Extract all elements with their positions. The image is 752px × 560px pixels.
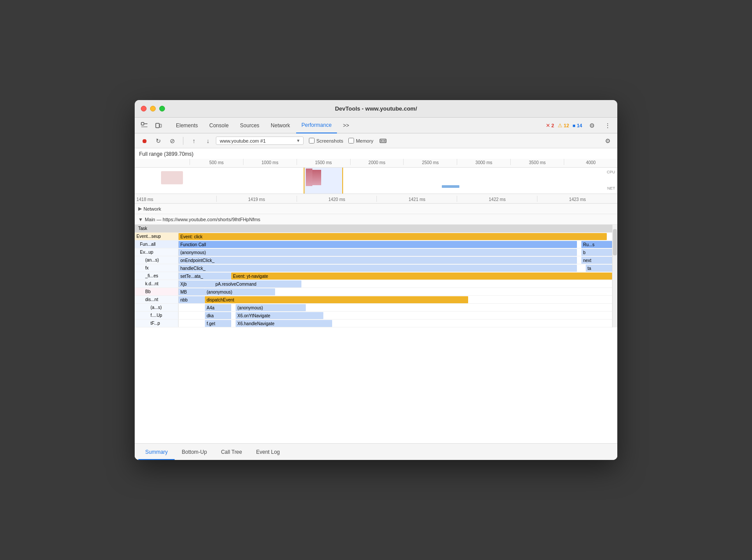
tick-2000ms: 2000 ms xyxy=(350,159,404,165)
flame-block-onendpoint[interactable]: onEndpointClick_ xyxy=(179,257,577,264)
flame-label-0: Event...seup xyxy=(135,233,179,240)
flame-row-6: k.d...nt Xjb pA.resolveCommand xyxy=(135,280,612,288)
devtools-window: DevTools - www.youtube.com/ xyxy=(135,100,617,460)
flame-label-11: tF...p xyxy=(135,319,179,327)
devtools-icons xyxy=(138,119,165,132)
net-bar-1 xyxy=(442,185,459,188)
tab-console[interactable]: Console xyxy=(204,118,234,133)
flame-block-anon-mb[interactable]: (anonymous) xyxy=(205,288,275,295)
detail-tick-0: 1418 ms xyxy=(135,196,216,202)
flame-block-fget[interactable]: f.get xyxy=(205,320,231,327)
flame-block-dka[interactable]: dka xyxy=(205,312,231,319)
flame-block-anon-a4a[interactable]: (anonymous) xyxy=(236,304,306,311)
maximize-button[interactable] xyxy=(159,106,165,111)
detail-tick-2: 1420 ms xyxy=(297,196,377,202)
flame-row-1: Fun...all Function Call Ru...s xyxy=(135,241,612,248)
tab-call-tree[interactable]: Call Tree xyxy=(214,445,249,460)
flame-block-resolve[interactable]: pA.resolveCommand xyxy=(214,280,301,287)
error-badge: ✕ 2 xyxy=(546,122,554,129)
full-range-label: Full range (3899.70ms) xyxy=(135,148,617,159)
net-label: NET xyxy=(607,186,615,190)
flame-row-11: tF...p f.get X6.handleNavigate xyxy=(135,319,612,327)
tab-elements[interactable]: Elements xyxy=(171,118,203,133)
flame-block-run[interactable]: Ru...s xyxy=(581,241,612,248)
detail-tick-4: 1422 ms xyxy=(457,196,537,202)
main-section[interactable]: ▼ Main — https://www.youtube.com/shorts/… xyxy=(135,214,617,443)
flame-bars-6: Xjb pA.resolveCommand xyxy=(179,280,612,287)
url-selector[interactable]: www.youtube.com #1 ▾ xyxy=(216,136,304,145)
flame-scrollbar[interactable] xyxy=(612,225,617,327)
detail-tick-5: 1423 ms xyxy=(537,196,617,202)
flame-block-anon-1[interactable]: (anonymous) xyxy=(179,249,577,256)
flame-chart: Task Event...seup Event: click xyxy=(135,225,617,327)
flame-block-next[interactable]: next xyxy=(581,257,612,264)
flame-row-10: f....Up dka X6.onYtNavigate xyxy=(135,312,612,319)
tick-3500ms: 3500 ms xyxy=(510,159,564,165)
bottom-tab-bar: Summary Bottom-Up Call Tree Event Log xyxy=(135,443,617,460)
timeline-tracks: CPU NET xyxy=(135,168,617,194)
reload-record-button[interactable]: ↻ xyxy=(152,135,165,147)
more-options-icon[interactable]: ⋮ xyxy=(602,119,614,132)
flame-label-3: (an...s) xyxy=(135,256,179,264)
tab-event-log[interactable]: Event Log xyxy=(249,445,287,460)
flame-block-function[interactable]: Function Call xyxy=(179,241,577,248)
flame-row-5: _fi...es setTe...ata_ Event: yt-navigate xyxy=(135,272,612,280)
flame-label-4: fx xyxy=(135,264,179,272)
flame-bars-0: Event: click xyxy=(179,233,612,240)
window-title: DevTools - www.youtube.com/ xyxy=(335,105,417,112)
tab-network[interactable]: Network xyxy=(265,118,295,133)
selection-overlay[interactable] xyxy=(304,168,343,194)
flame-block-event-click[interactable]: Event: click xyxy=(179,233,607,240)
flame-block-handlenavigate[interactable]: X6.handleNavigate xyxy=(236,320,332,327)
flame-block-ta[interactable]: ta xyxy=(586,265,612,272)
network-section-row[interactable]: ▶ Network xyxy=(135,204,617,214)
perf-settings-icon[interactable]: ⚙ xyxy=(602,135,614,147)
svg-rect-8 xyxy=(384,140,385,142)
flame-block-dispatch[interactable]: dispatchEvent xyxy=(205,296,468,303)
tab-performance[interactable]: Performance xyxy=(296,118,337,133)
tab-summary[interactable]: Summary xyxy=(138,445,175,460)
svg-rect-3 xyxy=(156,123,159,128)
clear-button[interactable]: ⊘ xyxy=(166,135,179,147)
flame-bars-1: Function Call Ru...s xyxy=(179,241,612,248)
flame-block-nbb[interactable]: nbb xyxy=(179,296,205,303)
tab-bottom-up[interactable]: Bottom-Up xyxy=(175,445,214,460)
flame-block-onytnavigate[interactable]: X6.onYtNavigate xyxy=(236,312,323,319)
main-collapse-icon[interactable]: ▼ xyxy=(138,217,143,222)
memory-checkbox[interactable] xyxy=(348,138,354,144)
device-toggle-icon[interactable] xyxy=(152,119,165,132)
flame-row-9: (a...s) A4a (anonymous) xyxy=(135,304,612,312)
flame-block-xjb[interactable]: Xjb xyxy=(179,280,214,287)
record-button[interactable]: ⏺ xyxy=(138,135,150,147)
detail-ticks: 1418 ms 1419 ms 1420 ms 1421 ms 1422 ms … xyxy=(135,196,617,202)
flame-bars-3: onEndpointClick_ next xyxy=(179,256,612,264)
timeline-overview[interactable]: 500 ms 1000 ms 1500 ms 2000 ms 2500 ms 3… xyxy=(135,159,617,194)
flame-bars-7: MB (anonymous) xyxy=(179,288,612,295)
download-button[interactable]: ↓ xyxy=(202,135,214,147)
inspect-element-icon[interactable] xyxy=(138,119,150,132)
titlebar: DevTools - www.youtube.com/ xyxy=(135,100,617,118)
network-expand-icon: ▶ xyxy=(138,206,142,212)
tick-1500ms: 1500 ms xyxy=(297,159,350,165)
flame-block-handleclick[interactable]: handleClick_ xyxy=(179,265,577,272)
settings-icon[interactable]: ⚙ xyxy=(586,119,598,132)
upload-button[interactable]: ↑ xyxy=(188,135,200,147)
scrollbar-thumb[interactable] xyxy=(613,229,617,255)
detail-tick-3: 1421 ms xyxy=(376,196,457,202)
flame-block-ytnavigate[interactable]: Event: yt-navigate xyxy=(231,273,612,280)
memory-icon[interactable] xyxy=(377,135,389,147)
flame-label-8: dis...nt xyxy=(135,296,179,303)
flame-row-4: fx handleClick_ ta xyxy=(135,264,612,272)
flame-block-sette[interactable]: setTe...ata_ xyxy=(179,273,231,280)
flame-bars-4: handleClick_ ta xyxy=(179,264,612,272)
tab-more[interactable]: >> xyxy=(338,118,355,133)
flame-block-a4a[interactable]: A4a xyxy=(205,304,231,311)
flame-block-b[interactable]: b xyxy=(581,249,612,256)
flame-row-3: (an...s) onEndpointClick_ next xyxy=(135,256,612,264)
flame-block-mb[interactable]: MB xyxy=(179,288,205,295)
tick-2500ms: 2500 ms xyxy=(403,159,457,165)
minimize-button[interactable] xyxy=(150,106,156,111)
close-button[interactable] xyxy=(141,106,147,111)
screenshots-checkbox[interactable] xyxy=(309,138,315,144)
tab-sources[interactable]: Sources xyxy=(235,118,265,133)
